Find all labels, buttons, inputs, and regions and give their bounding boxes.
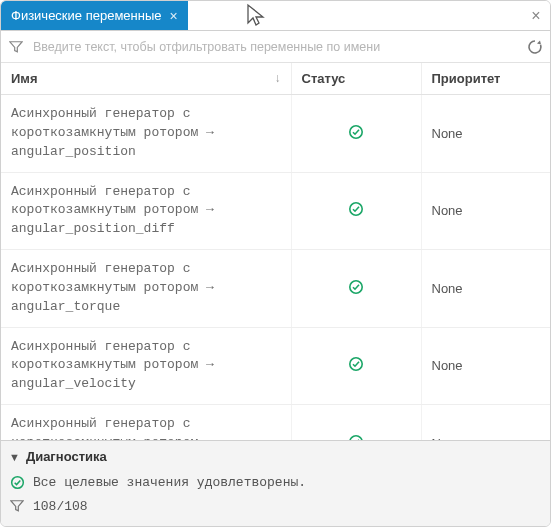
diagnostics-title: Диагностика [26,449,107,464]
diagnostics-ok-message: Все целевые значения удовлетворены. [33,475,306,490]
cell-name: Асинхронный генератор с короткозамкнутым… [1,327,291,405]
close-tab-icon[interactable]: × [170,9,178,23]
table-header-row: Имя ↓ Статус Приоритет [1,63,550,95]
ok-check-icon [348,356,364,372]
chevron-down-icon: ▼ [9,451,20,463]
ok-check-icon [348,201,364,217]
cursor-icon [246,3,266,29]
cell-status [291,172,421,250]
filter-input[interactable] [31,39,520,55]
column-header-status-label: Статус [302,71,346,86]
close-icon: × [531,7,540,25]
cell-status [291,95,421,173]
table-row[interactable]: Асинхронный генератор с короткозамкнутым… [1,327,550,405]
funnel-icon [9,498,25,514]
filter-icon [7,38,25,56]
cell-name: Асинхронный генератор с короткозамкнутым… [1,172,291,250]
cell-priority: None [421,95,550,173]
table-row[interactable]: Асинхронный генератор с короткозамкнутым… [1,405,550,440]
cell-status [291,327,421,405]
cell-name: Асинхронный генератор с короткозамкнутым… [1,95,291,173]
cell-priority: None [421,327,550,405]
cell-status [291,405,421,440]
filter-bar [1,31,550,63]
cell-priority: None [421,250,550,328]
table-row[interactable]: Асинхронный генератор с короткозамкнутым… [1,95,550,173]
tab-bar: Физические переменные × × [1,1,550,31]
table-row[interactable]: Асинхронный генератор с короткозамкнутым… [1,172,550,250]
cell-name: Асинхронный генератор с короткозамкнутым… [1,250,291,328]
sort-desc-icon: ↓ [275,71,281,85]
diagnostics-counter: 108/108 [33,499,88,514]
variables-table: Имя ↓ Статус Приоритет Асинхронный генер… [1,63,550,440]
column-header-status[interactable]: Статус [291,63,421,95]
table-row[interactable]: Асинхронный генератор с короткозамкнутым… [1,250,550,328]
variables-panel: Физические переменные × × [0,0,551,527]
variables-table-wrapper: Имя ↓ Статус Приоритет Асинхронный генер… [1,63,550,440]
ok-check-icon [9,474,25,490]
cell-priority: None [421,172,550,250]
column-header-name-label: Имя [11,71,38,86]
cell-status [291,250,421,328]
column-header-priority[interactable]: Приоритет [421,63,550,95]
cell-priority: None [421,405,550,440]
tab-empty-area [188,1,522,30]
refresh-button[interactable] [526,38,544,56]
tab-physical-variables[interactable]: Физические переменные × [1,1,188,30]
column-header-priority-label: Приоритет [432,71,501,86]
ok-check-icon [348,279,364,295]
tab-title: Физические переменные [11,8,162,23]
diagnostics-counter-line: 108/108 [9,494,542,518]
diagnostics-section: ▼ Диагностика Все целевые значения удовл… [1,440,550,526]
diagnostics-ok-line: Все целевые значения удовлетворены. [9,470,542,494]
diagnostics-toggle[interactable]: ▼ Диагностика [9,447,542,470]
column-header-name[interactable]: Имя ↓ [1,63,291,95]
cell-name: Асинхронный генератор с короткозамкнутым… [1,405,291,440]
ok-check-icon [348,124,364,140]
close-panel-button[interactable]: × [522,1,550,30]
